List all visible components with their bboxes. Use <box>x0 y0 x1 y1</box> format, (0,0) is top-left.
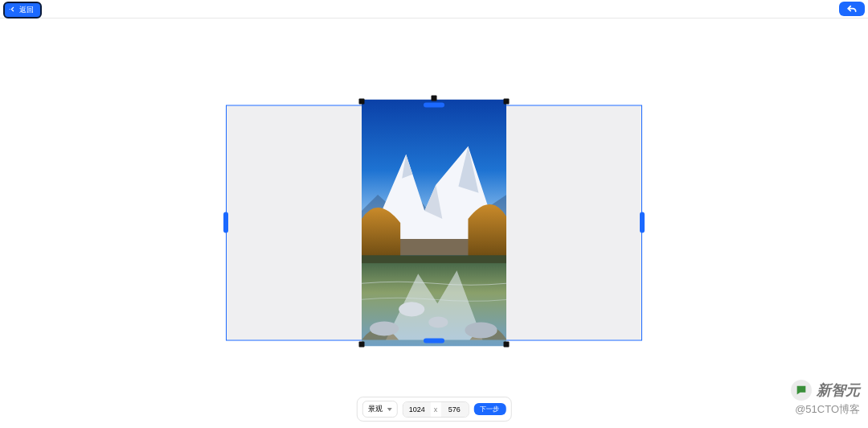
watermark-subtext: @51CTO博客 <box>795 402 860 417</box>
dimension-separator: x <box>431 405 441 414</box>
width-input[interactable] <box>403 402 431 417</box>
crop-handle-bottom[interactable] <box>424 338 444 343</box>
image-handle-top-left[interactable] <box>358 98 364 104</box>
svg-point-5 <box>465 322 497 338</box>
back-button-label: 返回 <box>19 6 34 14</box>
back-button[interactable]: 返回 <box>3 2 42 19</box>
height-input[interactable] <box>440 402 468 417</box>
top-toolbar: 返回 <box>0 0 868 19</box>
chevron-down-icon <box>387 408 392 411</box>
svg-point-4 <box>370 321 399 335</box>
image-handle-top-right[interactable] <box>504 98 510 104</box>
dimension-group: x <box>403 401 469 418</box>
watermark-brand: 新智元 <box>791 380 860 401</box>
image-handle-bottom-right[interactable] <box>504 341 510 347</box>
crop-handle-top[interactable] <box>424 102 444 107</box>
arrow-left-icon <box>9 6 16 14</box>
image-handle-top-center[interactable] <box>432 95 437 101</box>
crop-handle-right[interactable] <box>640 212 645 233</box>
watermark-brand-text: 新智元 <box>817 381 860 400</box>
aspect-preset-select[interactable]: 景观 <box>362 401 398 418</box>
image-handle-bottom-left[interactable] <box>358 341 364 347</box>
chat-icon <box>791 380 812 401</box>
svg-point-2 <box>399 302 424 316</box>
mountain-lake-image <box>362 99 507 346</box>
aspect-preset-label: 景观 <box>368 404 383 414</box>
bottom-toolbar: 景观 x 下一步 <box>357 397 512 422</box>
canvas-stage <box>226 105 642 340</box>
next-step-button[interactable]: 下一步 <box>473 403 506 416</box>
crop-selection[interactable] <box>226 105 642 340</box>
next-step-label: 下一步 <box>480 405 499 413</box>
undo-button[interactable] <box>839 2 865 16</box>
svg-point-3 <box>428 316 448 327</box>
undo-icon <box>846 4 858 14</box>
image-preview <box>362 99 507 346</box>
crop-handle-left[interactable] <box>223 212 228 233</box>
